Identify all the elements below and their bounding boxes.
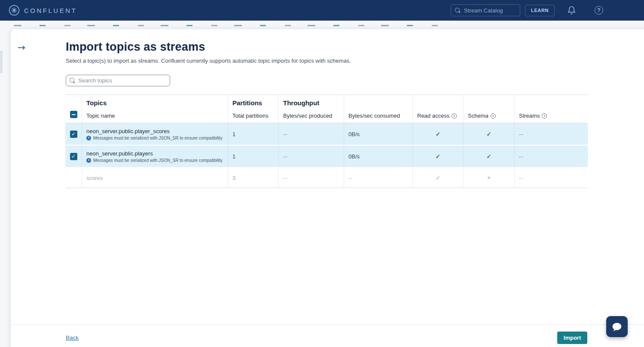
cell-schema-cross: × xyxy=(463,168,514,188)
column-read-access: Read access xyxy=(412,95,463,123)
cell-read-access-check: ✓ xyxy=(412,168,463,188)
page-subtitle: Select a topic(s) to import as streams. … xyxy=(66,58,351,64)
confluent-logo-icon xyxy=(9,5,20,16)
cell-streams: -- xyxy=(514,123,588,145)
topic-note: Messages must be serialized with JSON_SR… xyxy=(86,158,223,163)
topic-name: scores xyxy=(86,175,103,181)
topic-search-box[interactable] xyxy=(66,75,170,86)
cell-bytes-consumed: -- xyxy=(344,168,412,188)
cell-bytes-consumed: 0B/s xyxy=(344,146,412,167)
cell-bytes-produced: -- xyxy=(278,168,344,188)
chat-bubble-icon xyxy=(610,320,623,333)
schema-info-icon[interactable] xyxy=(491,113,496,119)
topic-note: Messages must be serialized with JSON_SR… xyxy=(86,136,223,140)
cell-schema-check: ✓ xyxy=(463,123,514,145)
collapse-panel-arrow-icon[interactable] xyxy=(14,41,29,53)
topics-table: Topics Topic name Partitions Total parti… xyxy=(65,94,588,188)
subheader-streams: Streams xyxy=(519,113,540,119)
column-bytes-consumed: Bytes/sec consumed xyxy=(344,95,412,123)
table-row[interactable]: neon_server.public.players Messages must… xyxy=(65,146,588,167)
table-row-disabled: scores 3 -- -- ✓ × -- xyxy=(65,168,588,188)
import-button[interactable]: Import xyxy=(557,332,587,344)
page-header: Import topics as streams Select a topic(… xyxy=(66,40,351,64)
search-icon xyxy=(70,78,75,83)
column-topic-name: Topics Topic name xyxy=(82,95,228,123)
back-link[interactable]: Back xyxy=(66,335,79,341)
table-header: Topics Topic name Partitions Total parti… xyxy=(65,94,588,123)
subheader-read-access: Read access xyxy=(417,113,449,119)
learn-button[interactable]: LEARN xyxy=(525,5,555,16)
top-navbar: CONFLUENT LEARN xyxy=(0,0,644,21)
info-icon xyxy=(86,158,91,163)
subheader-bytes-produced: Bytes/sec produced xyxy=(283,113,339,119)
page-edge xyxy=(0,51,3,73)
row-checkbox[interactable] xyxy=(70,131,77,138)
stream-catalog-input[interactable] xyxy=(464,7,513,14)
topic-name: neon_server.public.player_scores xyxy=(86,128,170,134)
brand-name: CONFLUENT xyxy=(24,7,77,14)
column-streams: Streams xyxy=(514,95,588,123)
notifications-bell-icon[interactable] xyxy=(567,6,576,15)
page-title: Import topics as streams xyxy=(66,40,351,54)
search-icon xyxy=(455,8,461,13)
header-checkbox-cell xyxy=(65,95,82,123)
cell-bytes-produced: -- xyxy=(278,123,344,145)
footer-divider xyxy=(11,324,644,325)
column-schema: Schema xyxy=(463,95,514,123)
confluent-logo[interactable]: CONFLUENT xyxy=(9,5,77,16)
navbar-actions: LEARN xyxy=(451,4,635,16)
subheader-schema: Schema xyxy=(468,113,488,119)
stream-catalog-search[interactable] xyxy=(451,4,520,16)
row-checkbox[interactable] xyxy=(70,153,77,160)
cell-total-partitions: 1 xyxy=(228,146,278,167)
cell-bytes-produced: -- xyxy=(278,146,344,167)
cell-schema-check: ✓ xyxy=(463,146,514,167)
info-icon xyxy=(86,136,91,140)
cell-bytes-consumed: 0B/s xyxy=(344,123,412,145)
hamburger-menu-icon[interactable] xyxy=(622,6,633,14)
column-total-partitions: Partitions Total partitions xyxy=(228,95,278,123)
group-partitions: Partitions xyxy=(232,99,274,107)
topic-search-input[interactable] xyxy=(78,77,162,84)
import-topics-panel: Import topics as streams Select a topic(… xyxy=(11,29,644,347)
read-access-info-icon[interactable] xyxy=(452,113,457,119)
cell-streams: -- xyxy=(514,168,588,188)
group-throughput: Throughput xyxy=(283,99,339,107)
cell-read-access-check: ✓ xyxy=(412,123,463,145)
select-all-checkbox[interactable] xyxy=(70,111,77,118)
subheader-topic-name: Topic name xyxy=(86,113,223,119)
group-topics: Topics xyxy=(86,99,223,107)
topic-name: neon_server.public.players xyxy=(86,150,153,157)
subheader-bytes-consumed: Bytes/sec consumed xyxy=(348,113,408,119)
chat-widget-button[interactable] xyxy=(606,316,628,337)
breadcrumb xyxy=(14,25,446,26)
subheader-total-partitions: Total partitions xyxy=(232,113,274,119)
cell-read-access-check: ✓ xyxy=(412,146,463,167)
cell-streams: -- xyxy=(514,146,588,167)
column-bytes-produced: Throughput Bytes/sec produced xyxy=(278,95,344,123)
streams-info-icon[interactable] xyxy=(542,113,547,119)
table-row[interactable]: neon_server.public.player_scores Message… xyxy=(65,123,588,145)
cell-total-partitions: 1 xyxy=(228,123,278,145)
help-icon[interactable] xyxy=(595,6,603,15)
cell-total-partitions: 3 xyxy=(228,168,278,188)
